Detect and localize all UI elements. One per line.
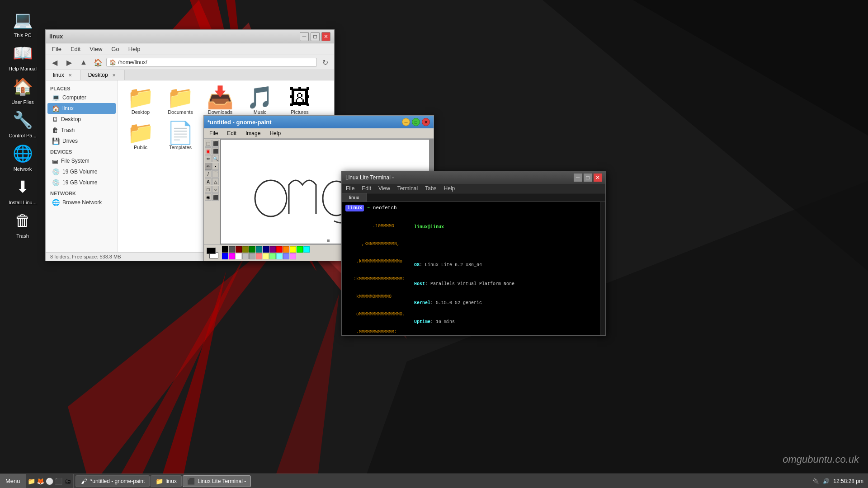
reload-btn[interactable]: ↻ xyxy=(319,56,331,68)
sidebar-item-drives[interactable]: 💾 Drives xyxy=(47,136,116,146)
sidebar-item-filesystem[interactable]: 🖴 File System xyxy=(47,155,116,166)
palette-dark-yellow[interactable] xyxy=(242,246,249,253)
terminal-scrollbar[interactable] xyxy=(600,202,605,335)
fm-menu-edit[interactable]: Edit xyxy=(66,44,85,54)
terminal-minimize-btn[interactable]: ─ xyxy=(574,174,582,182)
tab-linux-close[interactable]: ✕ xyxy=(67,72,73,78)
folder-desktop[interactable]: 📁 Desktop xyxy=(123,85,159,117)
palette-light-cyan[interactable] xyxy=(276,253,283,259)
term-menu-file[interactable]: File xyxy=(342,184,358,192)
paint-menu-edit[interactable]: Edit xyxy=(222,129,241,137)
paint-tool-polygon[interactable]: △ xyxy=(212,178,219,185)
folder-downloads[interactable]: 📥 Downloads xyxy=(202,85,238,117)
paint-maximize-btn[interactable]: □ xyxy=(412,118,420,126)
palette-orange[interactable] xyxy=(283,246,289,253)
sidebar-item-computer[interactable]: 💻 Computer xyxy=(47,92,116,103)
terminal-content[interactable]: linux ~ neofetch .10MMMMO ,kNNMMMMMMMMN,… xyxy=(342,202,600,335)
paint-minimize-btn[interactable]: ─ xyxy=(402,118,410,126)
desktop-icon-install-linux[interactable]: ⬇ Install Linu... xyxy=(5,176,41,205)
palette-dark-green[interactable] xyxy=(249,246,255,253)
taskbar-start-button[interactable]: Menu xyxy=(0,474,26,488)
nav-forward-btn[interactable]: ▶ xyxy=(63,56,75,68)
folder-music[interactable]: 🎵 Music xyxy=(242,85,278,117)
sidebar-item-trash[interactable]: 🗑 Trash xyxy=(47,125,116,136)
paint-tool-airbrush[interactable]: • xyxy=(212,163,219,170)
palette-light-magenta[interactable] xyxy=(290,253,296,259)
paint-tool-eye[interactable]: ◉ xyxy=(205,193,212,201)
sidebar-item-linux[interactable]: 🏠 linux xyxy=(47,103,116,114)
paint-tool-zoom[interactable]: 🔍 xyxy=(212,155,219,162)
term-menu-edit[interactable]: Edit xyxy=(358,184,375,192)
fm-menu-view[interactable]: View xyxy=(85,44,107,54)
sidebar-item-browse-network[interactable]: 🌐 Browse Network xyxy=(47,197,116,208)
paint-menu-help[interactable]: Help xyxy=(265,129,285,137)
tab-linux[interactable]: linux ✕ xyxy=(46,70,81,80)
terminal-tab-linux[interactable]: linux xyxy=(342,193,367,202)
paint-tool-select-free[interactable]: ⬛ xyxy=(212,140,219,147)
paint-tool-eraser[interactable]: ▣ xyxy=(205,147,212,155)
terminal-maximize-btn[interactable]: □ xyxy=(584,174,592,182)
quicklaunch-terminal-icon[interactable]: ⬛ xyxy=(55,478,62,485)
taskbar-network-icon[interactable]: 🔌 xyxy=(812,478,819,484)
foreground-color[interactable] xyxy=(207,248,216,254)
quicklaunch-chromium-icon[interactable]: ⚪ xyxy=(46,478,53,485)
folder-pictures[interactable]: 🖼 Pictures xyxy=(282,85,318,117)
paint-tool-fill[interactable]: ⬛ xyxy=(212,147,219,155)
palette-dark-red[interactable] xyxy=(236,246,242,253)
terminal-close-btn[interactable]: ✕ xyxy=(594,174,602,182)
palette-light-blue[interactable] xyxy=(283,253,289,259)
palette-light-red[interactable] xyxy=(256,253,262,259)
palette-blue[interactable] xyxy=(222,253,228,259)
paint-tool-ellipse[interactable]: ○ xyxy=(212,186,219,193)
nav-up-btn[interactable]: ▲ xyxy=(77,56,90,68)
palette-light-yellow[interactable] xyxy=(263,253,269,259)
palette-light-gray[interactable] xyxy=(242,253,249,259)
palette-yellow[interactable] xyxy=(290,246,296,253)
tab-desktop[interactable]: Desktop ✕ xyxy=(81,70,125,80)
taskbar-item-filemanager[interactable]: 📁 linux xyxy=(151,475,182,487)
fm-menu-help[interactable]: Help xyxy=(124,44,145,54)
tab-desktop-close[interactable]: ✕ xyxy=(111,72,117,78)
folder-public[interactable]: 📁 Public xyxy=(123,120,159,152)
desktop-icon-this-pc[interactable]: 💻 This PC xyxy=(5,9,41,38)
paint-tool-misc[interactable]: ⬛ xyxy=(212,193,219,201)
quicklaunch-firefox-icon[interactable]: 🦊 xyxy=(37,478,44,485)
desktop-icon-network[interactable]: 🌐 Network xyxy=(5,143,41,172)
paint-tool-brush[interactable]: ✏ xyxy=(205,163,212,170)
paint-tool-curve[interactable]: ⌒ xyxy=(212,170,219,178)
sidebar-item-vol2[interactable]: 💿 19 GB Volume xyxy=(47,177,116,188)
location-bar[interactable]: 🏠 /home/linux/ xyxy=(106,58,317,67)
taskbar-item-paint[interactable]: 🖌 *untitled - gnome-paint xyxy=(75,475,150,487)
folder-documents[interactable]: 📁 Documents xyxy=(162,85,198,117)
term-menu-help[interactable]: Help xyxy=(440,184,459,192)
nav-home-btn[interactable]: 🏠 xyxy=(92,56,104,68)
filemanager-minimize-btn[interactable]: ─ xyxy=(300,32,309,41)
desktop-icon-control-panel[interactable]: 🔧 Control Pa... xyxy=(5,109,41,138)
paint-tool-text[interactable]: A xyxy=(205,178,212,185)
taskbar-volume-icon[interactable]: 🔊 xyxy=(823,478,830,484)
paint-tool-select-rect[interactable]: ⬚ xyxy=(205,140,212,147)
palette-magenta[interactable] xyxy=(229,253,235,259)
paint-tool-rect-shape[interactable]: □ xyxy=(205,186,212,193)
sidebar-item-desktop[interactable]: 🖥 Desktop xyxy=(47,114,116,125)
filemanager-maximize-btn[interactable]: □ xyxy=(311,32,320,41)
folder-templates[interactable]: 📄 Templates xyxy=(162,120,198,152)
paint-tool-pencil[interactable]: ✏ xyxy=(205,155,212,162)
paint-menu-image[interactable]: Image xyxy=(241,129,265,137)
quicklaunch-files-icon[interactable]: 📁 xyxy=(28,478,35,485)
palette-green[interactable] xyxy=(297,246,303,253)
quicklaunch-filemanager-icon[interactable]: 🗂 xyxy=(64,478,71,485)
paint-close-btn[interactable]: ✕ xyxy=(422,118,430,126)
palette-dark-gray[interactable] xyxy=(229,246,235,253)
desktop-icon-help-manual[interactable]: 📖 Help Manual xyxy=(5,42,41,71)
palette-dark-blue[interactable] xyxy=(263,246,269,253)
term-menu-tabs[interactable]: Tabs xyxy=(421,184,440,192)
palette-light-green[interactable] xyxy=(269,253,276,259)
nav-back-btn[interactable]: ◀ xyxy=(48,56,61,68)
palette-gray[interactable] xyxy=(249,253,255,259)
taskbar-item-terminal[interactable]: ⬛ Linux Lite Terminal - xyxy=(183,475,251,487)
palette-dark-purple[interactable] xyxy=(269,246,276,253)
desktop-icon-user-files[interactable]: 🏠 User Files xyxy=(5,76,41,105)
fm-menu-go[interactable]: Go xyxy=(107,44,123,54)
palette-black[interactable] xyxy=(222,246,228,253)
